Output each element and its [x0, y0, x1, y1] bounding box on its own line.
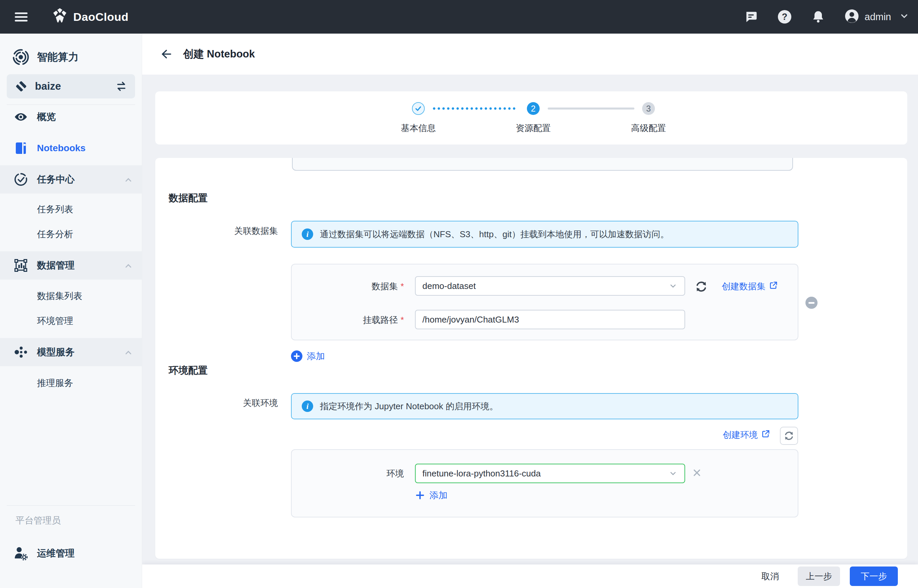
ai-compute-icon	[12, 48, 29, 66]
sidebar-item-label: 任务分析	[37, 228, 73, 240]
linked-env-label: 关联环境	[155, 396, 278, 409]
create-env-link[interactable]: 创建环境	[723, 429, 770, 441]
mount-path-input[interactable]	[415, 310, 685, 329]
dataset-entry-card: 数据集* demo-dataset 创建数据集	[291, 264, 798, 340]
sidebar-item-dataset-list[interactable]: 数据集列表	[0, 282, 142, 310]
step-1-label: 基本信息	[378, 122, 459, 134]
workspace-icon	[14, 79, 28, 94]
sidebar-item-data-management[interactable]: 数据管理	[0, 251, 142, 279]
chevron-up-icon[interactable]	[124, 348, 133, 359]
plus-circle-icon	[291, 351, 302, 362]
main-content: 创建 Notebook 2 3 基本信息 资源配置 高级配置 数据配置 关联数据…	[142, 34, 918, 588]
info-icon: i	[302, 401, 313, 412]
page-header: 创建 Notebook	[142, 34, 918, 74]
step-3-label: 高级配置	[608, 122, 689, 134]
required-mark: *	[401, 315, 404, 325]
sidebar-item-ops-management[interactable]: 运维管理	[0, 539, 142, 567]
required-mark: *	[401, 281, 404, 291]
data-chart-icon	[12, 257, 29, 273]
footer-actions: 取消 上一步 下一步	[142, 564, 918, 588]
plus-icon	[415, 490, 425, 500]
topbar: DaoCloud ? admin	[0, 0, 918, 34]
brand-name: DaoCloud	[73, 10, 129, 24]
stepper-connector-solid	[548, 108, 634, 110]
sidebar-item-label: 模型服务	[37, 346, 74, 359]
back-arrow-icon[interactable]	[159, 47, 173, 61]
chevron-up-icon[interactable]	[124, 175, 133, 186]
model-cluster-icon	[12, 344, 29, 360]
avatar	[844, 9, 859, 25]
sidebar-item-overview[interactable]: 概览	[0, 103, 142, 131]
sidebar-item-label: 推理服务	[37, 377, 73, 389]
topbar-right: ? admin	[743, 9, 918, 25]
help-icon[interactable]: ?	[777, 10, 792, 24]
env-entry-card: 环境 finetune-lora-python3116-cuda 添加	[291, 449, 798, 517]
sidebar-item-model-service[interactable]: 模型服务	[0, 338, 142, 366]
sidebar-item-env-management[interactable]: 环境管理	[0, 307, 142, 335]
sidebar-item-notebooks[interactable]: Notebooks	[0, 134, 142, 162]
linked-dataset-label: 关联数据集	[155, 225, 278, 237]
notification-bell-icon[interactable]	[811, 10, 826, 24]
chevron-down-icon	[668, 469, 678, 478]
env-info-text: 指定环境作为 Jupyter Notebook 的启用环境。	[320, 401, 498, 412]
eye-icon	[12, 109, 29, 125]
step-2-active[interactable]: 2	[527, 102, 540, 115]
sidebar-item-task-center[interactable]: 任务中心	[0, 165, 142, 194]
sidebar-item-inference-service[interactable]: 推理服务	[0, 369, 142, 397]
menu-toggle-icon[interactable]	[15, 13, 27, 21]
notebook-book-icon	[12, 140, 29, 156]
sidebar-item-label: 任务中心	[37, 173, 74, 186]
sidebar-item-task-analysis[interactable]: 任务分析	[0, 220, 142, 248]
sidebar: 智能算力 baize 概览 Notebooks 任务中心 任务列表	[0, 34, 142, 588]
env-select[interactable]: finetune-lora-python3116-cuda	[415, 464, 685, 483]
refresh-env-button[interactable]	[780, 427, 798, 445]
refresh-dataset-icon[interactable]	[693, 279, 709, 294]
step-2-label: 资源配置	[493, 122, 574, 134]
mount-path-label: 挂载路径*	[292, 313, 404, 326]
sidebar-item-label: 运维管理	[37, 547, 74, 560]
clear-env-icon[interactable]	[692, 467, 702, 478]
sidebar-item-label: 环境管理	[37, 315, 73, 327]
workspace-name: baize	[35, 80, 61, 92]
form-card: 数据配置 关联数据集 i 通过数据集可以将远端数据（NFS、S3、http、gi…	[155, 158, 907, 559]
add-env-button[interactable]: 添加	[415, 489, 448, 501]
external-link-icon	[769, 281, 778, 292]
step-1-done[interactable]	[412, 102, 425, 115]
env-select-value: finetune-lora-python3116-cuda	[422, 468, 541, 479]
add-dataset-button[interactable]: 添加	[291, 350, 325, 362]
env-config-heading: 环境配置	[169, 364, 208, 377]
dataset-info-text: 通过数据集可以将远端数据（NFS、S3、http、git）挂载到本地使用，可以加…	[320, 228, 669, 240]
sidebar-item-label: 任务列表	[37, 203, 73, 215]
page-title: 创建 Notebook	[183, 47, 255, 61]
external-link-icon	[761, 430, 770, 441]
step-3-todo[interactable]: 3	[642, 102, 655, 115]
dataset-select[interactable]: demo-dataset	[415, 276, 685, 296]
workspace-switch-icon[interactable]	[114, 79, 128, 94]
data-config-heading: 数据配置	[169, 192, 208, 205]
daocloud-logo-icon	[51, 7, 69, 26]
message-icon[interactable]	[743, 10, 758, 24]
product-title: 智能算力	[37, 50, 79, 64]
brand: DaoCloud	[51, 7, 129, 26]
sidebar-item-label: 数据管理	[37, 259, 74, 272]
scrolled-previous-card	[292, 158, 793, 171]
env-field-label: 环境	[292, 467, 404, 480]
remove-dataset-button[interactable]	[805, 297, 818, 309]
sidebar-product: 智能算力	[0, 46, 142, 69]
stepper-connector-dotted	[432, 107, 517, 110]
workspace-selector[interactable]: baize	[7, 74, 135, 99]
next-step-button[interactable]: 下一步	[850, 567, 898, 586]
sidebar-item-label: Notebooks	[37, 143, 86, 153]
chevron-down-icon	[668, 281, 678, 291]
ops-user-gear-icon	[12, 545, 29, 561]
sidebar-item-task-list[interactable]: 任务列表	[0, 195, 142, 223]
create-dataset-link[interactable]: 创建数据集	[722, 281, 778, 292]
cancel-button[interactable]: 取消	[761, 570, 779, 582]
user-menu[interactable]: admin	[844, 9, 909, 25]
username: admin	[865, 11, 891, 23]
previous-step-button[interactable]: 上一步	[798, 567, 840, 586]
chevron-down-icon	[899, 11, 909, 23]
chevron-up-icon[interactable]	[124, 262, 133, 272]
task-check-icon	[12, 171, 29, 187]
dataset-info-banner: i 通过数据集可以将远端数据（NFS、S3、http、git）挂载到本地使用，可…	[291, 221, 798, 248]
